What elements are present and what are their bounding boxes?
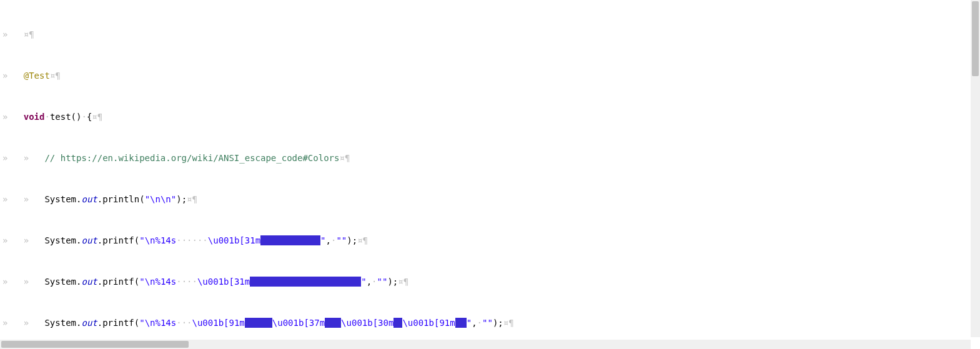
string-empty: ""	[336, 235, 347, 245]
field-out: out	[81, 277, 97, 287]
ws-currency: ¤	[187, 194, 192, 204]
code-line[interactable]: » » System.out.println("\n\n");¤¶	[2, 192, 971, 206]
string-literal: "\n%14s	[139, 277, 176, 287]
keyword-void: void	[24, 112, 45, 122]
ws-tab: »	[24, 153, 45, 163]
ws-pilcrow: ¶	[508, 318, 513, 328]
ident-system: System	[44, 194, 76, 204]
code-line[interactable]: » @Test¤¶	[2, 69, 971, 82]
ws-dots: ······	[176, 235, 208, 245]
string-empty: ""	[482, 318, 493, 328]
dot: .	[97, 318, 102, 328]
comma: ,	[326, 235, 331, 245]
ident-system: System	[44, 318, 76, 328]
paren-close: )	[347, 235, 352, 245]
paren-open: (	[139, 194, 144, 204]
comma: ,	[472, 318, 477, 328]
ws-tab: »	[2, 29, 24, 39]
ws-pilcrow: ¶	[363, 235, 368, 245]
method-printf: printf	[102, 318, 134, 328]
code-line[interactable]: » » System.out.printf("\n%14s···\u001b[9…	[2, 316, 971, 330]
ws-currency: ¤	[398, 277, 403, 287]
paren-open: (	[71, 112, 76, 122]
ws-tab: »	[2, 112, 24, 122]
ws-tab: »	[2, 318, 24, 328]
method-printf: printf	[102, 235, 134, 245]
horizontal-scroll-thumb[interactable]	[1, 341, 189, 348]
string-escape: \u001b[37m	[272, 318, 325, 328]
paren-close: )	[387, 277, 392, 287]
ws-dot: ·	[81, 112, 86, 122]
ws-tab: »	[2, 277, 24, 287]
vertical-scroll-thumb[interactable]	[972, 1, 979, 76]
string-endquote: "	[361, 277, 366, 287]
block-highlight	[250, 277, 361, 287]
dot: .	[97, 277, 102, 287]
ws-pilcrow: ¶	[345, 153, 350, 163]
ws-tab: »	[24, 277, 45, 287]
code-area[interactable]: » ¤¶ » @Test¤¶ » void·test()·{¤¶ » » // …	[0, 0, 971, 337]
ws-pilcrow: ¶	[97, 112, 102, 122]
block-highlight	[455, 318, 467, 328]
block-highlight	[260, 235, 320, 245]
string-endquote: "	[320, 235, 325, 245]
string-escape: \u001b[30m	[341, 318, 393, 328]
semicolon: ;	[498, 318, 503, 328]
vertical-scrollbar[interactable]	[971, 0, 980, 337]
comma: ,	[367, 277, 372, 287]
ws-pilcrow: ¶	[55, 71, 60, 81]
method-println: println	[102, 194, 139, 204]
code-editor[interactable]: » ¤¶ » @Test¤¶ » void·test()·{¤¶ » » // …	[0, 0, 971, 337]
string-escape: \u001b[91m	[192, 318, 245, 328]
dot: .	[97, 194, 102, 204]
field-out: out	[81, 318, 97, 328]
ws-dot: ·	[44, 112, 49, 122]
method-printf: printf	[102, 277, 134, 287]
ident-system: System	[44, 277, 76, 287]
ws-currency: ¤	[357, 235, 362, 245]
paren-open: (	[134, 277, 139, 287]
ws-tab: »	[2, 71, 24, 81]
paren-open: (	[134, 318, 139, 328]
annotation: @Test	[24, 71, 50, 81]
ident-system: System	[44, 235, 76, 245]
string-escape: \u001b[31m	[197, 277, 250, 287]
paren-close: )	[176, 194, 181, 204]
ws-tab: »	[2, 235, 24, 245]
dot: .	[97, 235, 102, 245]
paren-open: (	[134, 235, 139, 245]
ws-currency: ¤	[339, 153, 344, 163]
ws-pilcrow: ¶	[403, 277, 408, 287]
ws-pilcrow: ¶	[192, 194, 197, 204]
ws-currency: ¤	[92, 112, 97, 122]
ws-tab: »	[24, 318, 45, 328]
code-line[interactable]: » void·test()·{¤¶	[2, 110, 971, 124]
horizontal-scrollbar[interactable]	[0, 340, 971, 349]
ws-dot: ·	[477, 318, 482, 328]
ws-currency: ¤	[24, 29, 29, 39]
code-line[interactable]: » » // https://en.wikipedia.org/wiki/ANS…	[2, 151, 971, 165]
method-name: test	[50, 112, 71, 122]
block-highlight	[393, 318, 402, 328]
code-line[interactable]: » ¤¶	[2, 27, 971, 41]
ws-currency: ¤	[503, 318, 508, 328]
ws-tab: »	[2, 153, 24, 163]
string-endquote: "	[467, 318, 472, 328]
block-highlight	[245, 318, 272, 328]
block-highlight	[325, 318, 341, 328]
ws-tab: »	[24, 235, 45, 245]
string-literal: "\n%14s	[139, 318, 176, 328]
ws-dot: ·	[372, 277, 377, 287]
semicolon: ;	[352, 235, 357, 245]
code-line[interactable]: » » System.out.printf("\n%14s····\u001b[…	[2, 275, 971, 288]
string-escape: \u001b[91m	[402, 318, 455, 328]
field-out: out	[81, 194, 97, 204]
semicolon: ;	[182, 194, 187, 204]
ws-tab: »	[2, 194, 24, 204]
string-escape: \u001b[31m	[208, 235, 260, 245]
ws-pilcrow: ¶	[29, 29, 34, 39]
code-line[interactable]: » » System.out.printf("\n%14s······\u001…	[2, 233, 971, 247]
ws-dots: ····	[176, 277, 197, 287]
ws-dots: ···	[176, 318, 192, 328]
ws-tab: »	[24, 194, 45, 204]
